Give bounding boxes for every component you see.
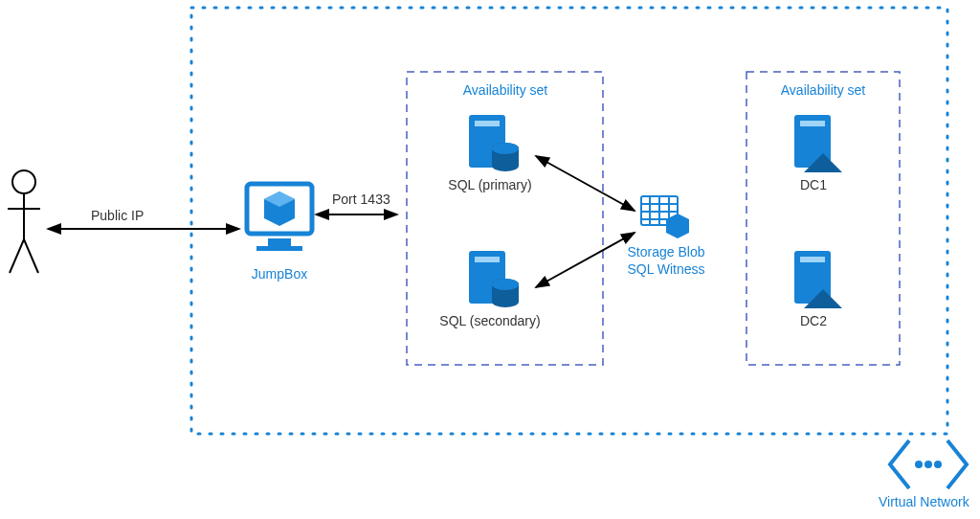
port-label: Port 1433: [332, 192, 390, 207]
svg-point-9: [492, 143, 519, 154]
storage-blob-icon: [641, 196, 689, 238]
svg-point-14: [492, 296, 519, 307]
sql-primary-label: SQL (primary): [433, 177, 547, 192]
svg-point-8: [492, 160, 519, 171]
dc1-icon: [794, 115, 842, 172]
sql-set-title: Availability set: [448, 82, 563, 98]
svg-rect-3: [256, 246, 302, 251]
svg-rect-26: [800, 257, 825, 262]
jumpbox-label: JumpBox: [222, 266, 337, 282]
sql-primary-icon: [469, 115, 519, 171]
svg-rect-11: [475, 257, 500, 262]
svg-rect-24: [800, 121, 825, 126]
dc2-icon: [794, 251, 842, 308]
svg-rect-5: [475, 121, 500, 126]
jumpbox-monitor-icon: [247, 184, 312, 251]
vnet-icon: [890, 440, 967, 488]
svg-point-27: [915, 461, 923, 468]
public-ip-label: Public IP: [91, 208, 144, 223]
sql-secondary-label: SQL (secondary): [433, 313, 547, 328]
dc1-label: DC1: [756, 177, 871, 192]
dc-set-title: Availability set: [766, 82, 880, 98]
storage-label: Storage Blob SQL Witness: [609, 244, 724, 278]
storage-line2: SQL Witness: [627, 261, 704, 277]
sql-secondary-icon: [469, 251, 519, 307]
diagram-canvas: [0, 0, 980, 519]
svg-point-0: [12, 170, 35, 193]
dc2-label: DC2: [756, 313, 871, 328]
svg-point-29: [934, 461, 942, 468]
vnet-label: Virtual Network: [879, 494, 969, 509]
svg-point-28: [924, 461, 932, 468]
svg-rect-2: [268, 238, 291, 246]
storage-line1: Storage Blob: [628, 244, 705, 260]
user-icon: [8, 170, 40, 273]
arrow-sqlprimary-storage: [536, 156, 635, 211]
svg-point-15: [492, 279, 519, 290]
